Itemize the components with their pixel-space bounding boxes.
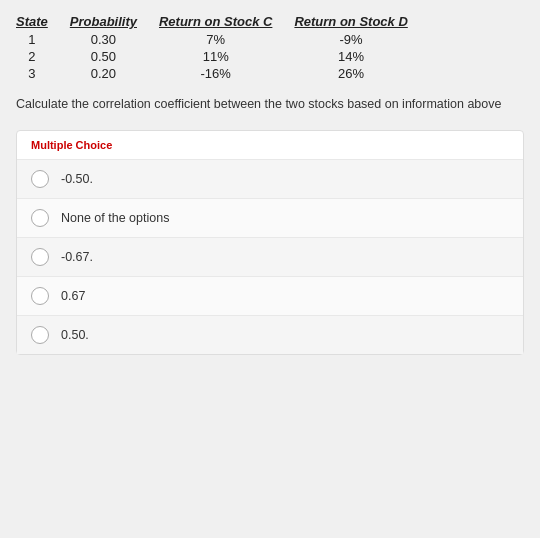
option-opt2[interactable]: None of the options: [17, 198, 523, 237]
cell-returnC: 7%: [155, 31, 290, 48]
cell-state: 2: [16, 48, 66, 65]
col-header-state: State: [16, 12, 66, 31]
col-header-return-c: Return on Stock C: [155, 12, 290, 31]
table-row: 20.5011%14%: [16, 48, 426, 65]
radio-button[interactable]: [31, 248, 49, 266]
radio-button[interactable]: [31, 209, 49, 227]
cell-state: 1: [16, 31, 66, 48]
option-label: -0.50.: [61, 172, 93, 186]
option-label: None of the options: [61, 211, 169, 225]
cell-returnC: 11%: [155, 48, 290, 65]
option-label: 0.50.: [61, 328, 89, 342]
cell-probability: 0.50: [66, 48, 155, 65]
radio-button[interactable]: [31, 287, 49, 305]
cell-probability: 0.20: [66, 65, 155, 82]
option-opt4[interactable]: 0.67: [17, 276, 523, 315]
table-row: 30.20-16%26%: [16, 65, 426, 82]
option-label: 0.67: [61, 289, 85, 303]
question-text: Calculate the correlation coefficient be…: [16, 96, 524, 114]
cell-returnD: -9%: [290, 31, 425, 48]
option-label: -0.67.: [61, 250, 93, 264]
cell-returnD: 26%: [290, 65, 425, 82]
cell-returnD: 14%: [290, 48, 425, 65]
cell-probability: 0.30: [66, 31, 155, 48]
cell-returnC: -16%: [155, 65, 290, 82]
data-table: State Probability Return on Stock C Retu…: [16, 12, 524, 82]
option-opt1[interactable]: -0.50.: [17, 159, 523, 198]
col-header-probability: Probability: [66, 12, 155, 31]
col-header-return-d: Return on Stock D: [290, 12, 425, 31]
radio-button[interactable]: [31, 326, 49, 344]
mc-label: Multiple Choice: [17, 139, 523, 159]
option-opt5[interactable]: 0.50.: [17, 315, 523, 354]
cell-state: 3: [16, 65, 66, 82]
table-row: 10.307%-9%: [16, 31, 426, 48]
option-opt3[interactable]: -0.67.: [17, 237, 523, 276]
multiple-choice-container: Multiple Choice -0.50.None of the option…: [16, 130, 524, 355]
radio-button[interactable]: [31, 170, 49, 188]
